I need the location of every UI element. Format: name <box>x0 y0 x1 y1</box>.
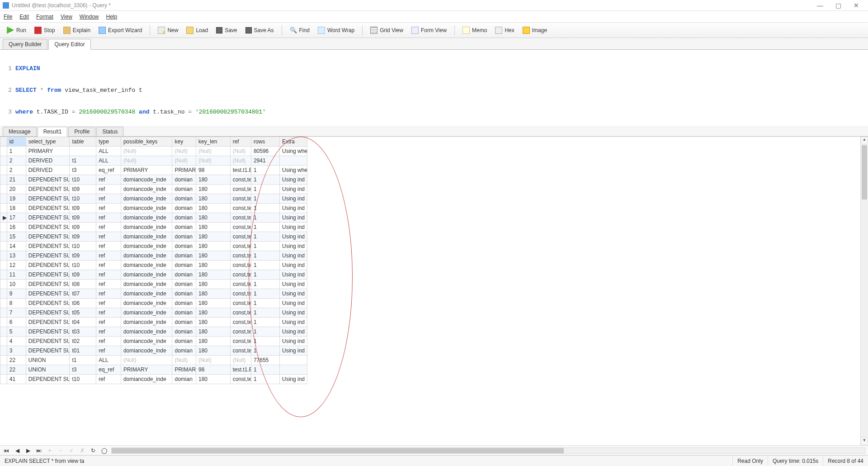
table-row[interactable]: 14DEPENDENT SUt10refdomiancode_indedomia… <box>0 242 307 251</box>
cell[interactable]: domian <box>172 375 196 384</box>
cell[interactable]: domian <box>172 289 196 299</box>
cell[interactable]: ref <box>96 346 121 356</box>
table-row[interactable]: 12DEPENDENT SUt10refdomiancode_indedomia… <box>0 261 307 270</box>
cell[interactable]: 10 <box>7 280 26 289</box>
table-row[interactable]: 13DEPENDENT SUt09refdomiancode_indedomia… <box>0 251 307 261</box>
cell[interactable]: Using ind <box>279 308 307 318</box>
menu-edit[interactable]: Edit <box>19 14 29 20</box>
cell[interactable]: t10 <box>70 242 96 251</box>
cell[interactable]: Using ind <box>279 299 307 308</box>
table-row[interactable]: 3DEPENDENT SUt01refdomiancode_indedomian… <box>0 346 307 356</box>
grid-view-button[interactable]: Grid View <box>367 25 406 35</box>
cell[interactable]: 2 <box>7 156 26 166</box>
cell[interactable] <box>279 356 307 365</box>
cell[interactable]: t08 <box>70 280 96 289</box>
cell[interactable]: ref <box>96 251 121 261</box>
cell[interactable]: domiancode_inde <box>121 346 172 356</box>
cell[interactable]: domiancode_inde <box>121 185 172 194</box>
column-header-ref[interactable]: ref <box>230 137 251 147</box>
table-row[interactable]: 10DEPENDENT SUt08refdomiancode_indedomia… <box>0 280 307 289</box>
export-wizard-button[interactable]: Export Wizard <box>95 25 145 35</box>
cell[interactable]: t10 <box>70 194 96 204</box>
cell[interactable]: 2941 <box>251 156 279 166</box>
menu-help[interactable]: Help <box>106 14 118 20</box>
cell[interactable]: DEPENDENT SU <box>26 175 70 185</box>
insert-record-button[interactable]: + <box>46 447 53 454</box>
cell[interactable]: domian <box>172 251 196 261</box>
table-row[interactable]: 5DEPENDENT SUt03refdomiancode_indedomian… <box>0 327 307 337</box>
cell[interactable]: (Null) <box>121 156 172 166</box>
explain-button[interactable]: Explain <box>60 25 94 35</box>
cell[interactable]: DEPENDENT SU <box>26 261 70 270</box>
table-row[interactable]: 4DEPENDENT SUt02refdomiancode_indedomian… <box>0 337 307 346</box>
table-row[interactable]: 20DEPENDENT SUt09refdomiancode_indedomia… <box>0 185 307 194</box>
cell[interactable]: DEPENDENT SU <box>26 346 70 356</box>
cell[interactable]: 22 <box>7 356 26 365</box>
table-row[interactable]: 8DEPENDENT SUt06refdomiancode_indedomian… <box>0 299 307 308</box>
cell[interactable]: 1 <box>251 204 279 213</box>
cell[interactable]: Using ind <box>279 223 307 232</box>
cell[interactable]: 180 <box>196 194 231 204</box>
cell[interactable]: (Null) <box>121 147 172 156</box>
post-record-button[interactable]: ✓ <box>68 447 75 454</box>
column-header-Extra[interactable]: Extra <box>279 137 307 147</box>
cell[interactable]: 1 <box>251 308 279 318</box>
cell[interactable]: DEPENDENT SU <box>26 270 70 280</box>
cell[interactable]: Using whe <box>279 147 307 156</box>
cell[interactable]: t09 <box>70 270 96 280</box>
cell[interactable]: 180 <box>196 213 231 223</box>
cell[interactable]: domiancode_inde <box>121 204 172 213</box>
cell[interactable]: 180 <box>196 204 231 213</box>
table-row[interactable]: 15DEPENDENT SUt09refdomiancode_indedomia… <box>0 232 307 242</box>
cell[interactable]: 180 <box>196 318 231 327</box>
cell[interactable]: t01 <box>70 346 96 356</box>
cell[interactable]: (Null) <box>230 356 251 365</box>
cell[interactable] <box>279 365 307 375</box>
cell[interactable]: DEPENDENT SU <box>26 194 70 204</box>
save-as-button[interactable]: Save As <box>242 26 277 35</box>
run-button[interactable]: Run <box>4 25 29 35</box>
cell[interactable]: ref <box>96 337 121 346</box>
cell[interactable]: (Null) <box>121 356 172 365</box>
cell[interactable]: domian <box>172 232 196 242</box>
cell[interactable]: Using ind <box>279 194 307 204</box>
cell[interactable]: domiancode_inde <box>121 232 172 242</box>
cell[interactable]: PRIMAR <box>172 166 196 175</box>
cell[interactable]: 1 <box>251 327 279 337</box>
last-record-button[interactable]: ⏭ <box>35 447 42 454</box>
cell[interactable]: 19 <box>7 194 26 204</box>
cell[interactable]: const,te <box>230 337 251 346</box>
save-button[interactable]: Save <box>213 26 240 35</box>
cell[interactable]: DEPENDENT SU <box>26 375 70 384</box>
cell[interactable]: ref <box>96 299 121 308</box>
cell[interactable]: 180 <box>196 232 231 242</box>
cell[interactable]: Using ind <box>279 270 307 280</box>
cell[interactable]: (Null) <box>196 156 231 166</box>
cell[interactable]: ref <box>96 289 121 299</box>
cell[interactable]: domian <box>172 204 196 213</box>
cell[interactable]: 1 <box>251 261 279 270</box>
hex-button[interactable]: Hex <box>492 25 517 35</box>
cell[interactable]: domian <box>172 223 196 232</box>
delete-record-button[interactable]: − <box>57 447 64 454</box>
table-row[interactable]: 7DEPENDENT SUt05refdomiancode_indedomian… <box>0 308 307 318</box>
cell[interactable]: 5 <box>7 327 26 337</box>
table-row[interactable]: 16DEPENDENT SUt09refdomiancode_indedomia… <box>0 223 307 232</box>
cell[interactable]: domiancode_inde <box>121 308 172 318</box>
cell[interactable]: 180 <box>196 175 231 185</box>
cell[interactable]: 1 <box>251 337 279 346</box>
cell[interactable]: eq_ref <box>96 365 121 375</box>
cell[interactable]: ref <box>96 213 121 223</box>
cell[interactable]: ref <box>96 194 121 204</box>
image-button[interactable]: Image <box>519 25 550 35</box>
table-row[interactable]: 11DEPENDENT SUt09refdomiancode_indedomia… <box>0 270 307 280</box>
cell[interactable]: DEPENDENT SU <box>26 327 70 337</box>
cell[interactable]: domiancode_inde <box>121 261 172 270</box>
cell[interactable]: 1 <box>251 346 279 356</box>
cell[interactable] <box>279 156 307 166</box>
cell[interactable]: t07 <box>70 289 96 299</box>
cell[interactable]: 2 <box>7 166 26 175</box>
cell[interactable]: ref <box>96 261 121 270</box>
cell[interactable]: Using ind <box>279 204 307 213</box>
cell[interactable]: ref <box>96 375 121 384</box>
